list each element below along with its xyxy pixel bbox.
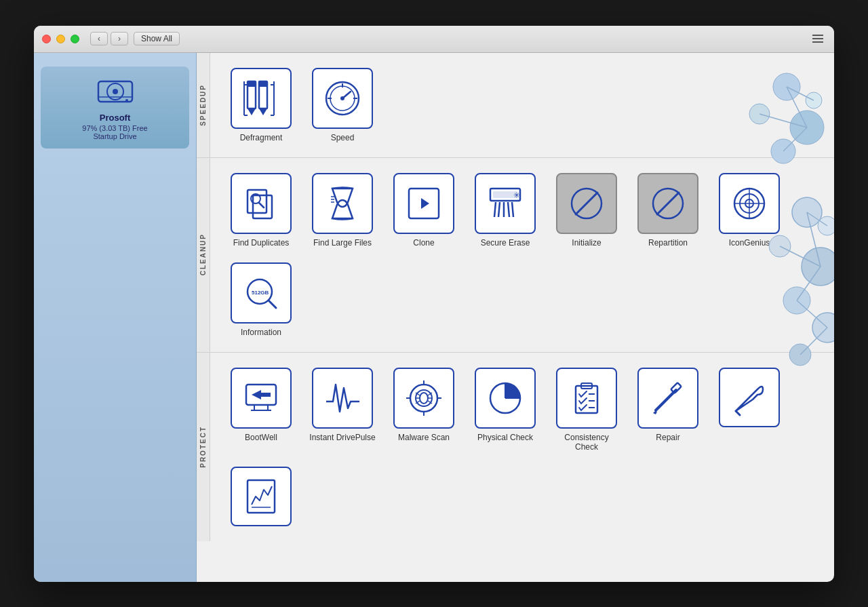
menu-icon[interactable] <box>810 32 826 45</box>
tool-wrench[interactable] <box>712 364 787 431</box>
tool-initialize[interactable]: Initialize <box>549 169 624 252</box>
tool-information[interactable]: 512GB Information <box>224 258 298 341</box>
drive-label: Startup Drive <box>93 132 136 140</box>
svg-line-48 <box>508 202 509 217</box>
svg-point-64 <box>792 197 822 227</box>
cleanup-grid: Find Duplicates <box>210 158 834 352</box>
tool-defragment[interactable]: Defragment <box>224 64 298 146</box>
main-window: ‹ › Show All Prosoft 97% (3.03 TB) Free <box>34 26 834 582</box>
section-label-cleanup: CLEANUP <box>197 158 210 352</box>
consistency-check-icon <box>566 378 607 418</box>
repair-icon-box <box>637 368 698 429</box>
malware-scan-icon <box>403 378 444 418</box>
svg-point-2 <box>113 89 118 94</box>
svg-line-74 <box>800 328 827 355</box>
secure-erase-icon: ✳ <box>485 183 526 224</box>
tool-repartition[interactable]: Repartition <box>631 169 705 252</box>
secure-erase-icon-box: ✳ <box>475 173 536 234</box>
section-cleanup: CLEANUP Find Duplicates <box>197 158 834 353</box>
bootwell-icon <box>241 378 281 418</box>
repair-label: Repair <box>656 433 679 442</box>
defragment-icon <box>241 78 281 119</box>
tool-clone[interactable]: Clone <box>387 169 461 252</box>
svg-line-104 <box>656 390 676 410</box>
close-button[interactable] <box>42 35 51 43</box>
svg-rect-99 <box>576 386 597 413</box>
physical-check-icon-box <box>475 368 536 429</box>
svg-line-49 <box>512 202 513 217</box>
svg-line-72 <box>797 267 821 300</box>
information-icon: 512GB <box>241 273 281 313</box>
repartition-label: Repartition <box>648 238 688 248</box>
repartition-icon <box>648 183 688 224</box>
initialize-icon-box <box>556 173 617 234</box>
consistency-check-icon-box <box>556 368 617 429</box>
log-icon <box>241 476 281 517</box>
back-button[interactable]: ‹ <box>90 32 108 45</box>
svg-point-67 <box>783 287 810 314</box>
svg-point-25 <box>749 104 770 124</box>
section-protect: PROTECT <box>197 353 834 541</box>
svg-line-62 <box>269 300 276 308</box>
svg-rect-10 <box>259 81 267 87</box>
speed-icon-box <box>312 68 373 129</box>
svg-point-68 <box>818 216 834 235</box>
tool-speed[interactable]: Speed <box>305 64 380 146</box>
log-icon-box <box>231 467 292 526</box>
bootwell-icon-box <box>231 368 292 429</box>
svg-line-30 <box>783 128 807 151</box>
maximize-button[interactable] <box>71 35 79 43</box>
svg-point-66 <box>802 248 834 286</box>
protect-grid: BootWell Instant DrivePulse <box>210 353 834 541</box>
tool-consistency-check[interactable]: Consistency Check <box>549 364 624 456</box>
defragment-label: Defragment <box>240 133 283 142</box>
instant-drivepulse-icon <box>322 378 363 418</box>
drive-item[interactable]: Prosoft 97% (3.03 TB) Free Startup Drive <box>41 66 189 149</box>
tool-find-large-files[interactable]: Find Large Files <box>305 169 380 252</box>
svg-line-107 <box>736 411 740 415</box>
svg-point-70 <box>812 313 834 342</box>
svg-line-52 <box>576 193 597 214</box>
tool-repair[interactable]: Repair <box>631 364 705 456</box>
tool-bootwell[interactable]: BootWell <box>224 364 298 456</box>
defragment-icon-box <box>231 68 292 129</box>
svg-line-32 <box>760 114 807 128</box>
instant-drivepulse-icon-box <box>312 368 373 429</box>
tool-find-duplicates[interactable]: Find Duplicates <box>224 169 298 252</box>
physical-check-icon <box>485 378 526 418</box>
tool-log[interactable] <box>224 463 298 530</box>
malware-scan-icon-box <box>393 368 454 429</box>
section-speedup: SPEEDUP <box>197 53 834 158</box>
tool-icongenius[interactable]: IconGenius <box>712 169 787 252</box>
clone-icon-box <box>393 173 454 234</box>
tool-malware-scan[interactable]: Malware Scan <box>387 364 461 456</box>
sidebar: Prosoft 97% (3.03 TB) Free Startup Drive <box>34 53 197 582</box>
initialize-label: Initialize <box>572 238 601 248</box>
information-icon-box: 512GB <box>231 262 292 324</box>
svg-point-89 <box>420 393 428 404</box>
content-area: SPEEDUP <box>197 53 834 582</box>
forward-button[interactable]: › <box>111 32 128 45</box>
tool-secure-erase[interactable]: ✳ Secure Erase <box>468 169 542 252</box>
tool-physical-check[interactable]: Physical Check <box>468 364 542 456</box>
svg-marker-8 <box>259 109 267 115</box>
titlebar: ‹ › Show All <box>34 26 834 53</box>
repair-icon <box>648 378 688 418</box>
show-all-button[interactable]: Show All <box>134 32 180 45</box>
nav-buttons: ‹ › <box>90 32 128 45</box>
find-large-files-icon <box>322 183 363 224</box>
clone-label: Clone <box>413 238 434 248</box>
svg-text:✳: ✳ <box>513 191 520 200</box>
svg-marker-6 <box>248 109 256 115</box>
find-large-files-icon-box <box>312 173 373 234</box>
consistency-check-label: Consistency Check <box>553 433 620 452</box>
instant-drivepulse-label: Instant DrivePulse <box>309 433 375 442</box>
find-duplicates-label: Find Duplicates <box>233 238 290 248</box>
svg-line-29 <box>787 87 807 128</box>
svg-line-45 <box>494 202 496 217</box>
svg-line-71 <box>807 212 821 267</box>
section-label-speedup: SPEEDUP <box>197 53 210 157</box>
minimize-button[interactable] <box>56 35 65 43</box>
main-content: Prosoft 97% (3.03 TB) Free Startup Drive… <box>34 53 834 582</box>
tool-instant-drivepulse[interactable]: Instant DrivePulse <box>305 364 380 456</box>
